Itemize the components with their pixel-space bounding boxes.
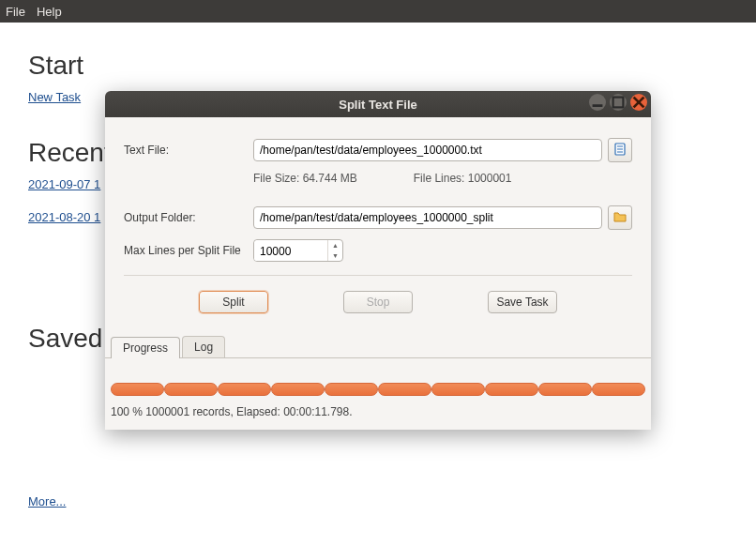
dialog-titlebar[interactable]: Split Text File [105, 91, 651, 117]
output-folder-label: Output Folder: [124, 211, 253, 224]
more-link[interactable]: More... [28, 494, 66, 508]
text-file-label: Text File: [124, 144, 253, 157]
window-maximize-icon[interactable] [610, 94, 627, 111]
tab-log[interactable]: Log [182, 336, 225, 357]
recent-item-0[interactable]: 2021-09-07 1 [28, 177, 100, 191]
stop-button[interactable]: Stop [343, 291, 413, 313]
recent-heading: Recent [28, 138, 105, 168]
split-text-file-dialog: Split Text File Text File: File Size: 64… [105, 91, 651, 430]
window-minimize-icon[interactable] [589, 94, 606, 111]
spinner-down-icon[interactable]: ▼ [328, 250, 342, 261]
save-task-button[interactable]: Save Task [488, 291, 557, 313]
recent-item-1[interactable]: 2021-08-20 1 [28, 210, 100, 224]
progress-segment [111, 383, 164, 396]
progress-segment [485, 383, 538, 396]
output-folder-input[interactable] [253, 206, 602, 229]
progress-text: 100 % 1000001 records, Elapsed: 00:00:11… [111, 405, 645, 418]
tabstrip: Progress Log [105, 336, 651, 357]
folder-icon [612, 209, 627, 227]
text-file-input[interactable] [253, 139, 602, 161]
progress-segment [378, 383, 431, 396]
progress-segment [538, 383, 592, 396]
saved-section: Saved T [28, 324, 105, 363]
progress-segment [592, 383, 645, 396]
svg-rect-1 [613, 98, 624, 108]
tabs-area: Progress Log 100 % 1000001 records, Elap… [105, 336, 651, 430]
file-size-text: File Size: 64.744 MB [253, 172, 357, 185]
progress-segment [164, 383, 218, 396]
progress-segment [431, 383, 485, 396]
browse-folder-button[interactable] [608, 205, 632, 230]
progress-segment [271, 383, 325, 396]
saved-heading: Saved T [28, 324, 105, 354]
file-lines-text: File Lines: 1000001 [414, 172, 512, 185]
menu-file[interactable]: File [6, 5, 25, 19]
new-task-link[interactable]: New Task [28, 90, 81, 104]
tab-body-progress: 100 % 1000001 records, Elapsed: 00:00:11… [105, 357, 651, 430]
split-button[interactable]: Split [199, 291, 268, 313]
progress-segment [218, 383, 271, 396]
dialog-title: Split Text File [339, 98, 417, 112]
menubar: File Help [0, 0, 756, 23]
recent-section: Recent 2021-09-07 1 2021-08-20 1 [28, 138, 105, 230]
progress-segment [325, 383, 378, 396]
max-lines-label: Max Lines per Split File [124, 244, 253, 257]
window-close-icon[interactable] [630, 94, 647, 111]
browse-file-button[interactable] [608, 138, 632, 162]
separator [124, 275, 632, 276]
document-icon [612, 142, 627, 159]
tab-progress[interactable]: Progress [111, 337, 180, 358]
max-lines-spinner[interactable]: ▲ ▼ [253, 239, 343, 262]
start-heading: Start [28, 51, 728, 81]
progress-bar [111, 383, 645, 396]
spinner-up-icon[interactable]: ▲ [328, 240, 342, 250]
menu-help[interactable]: Help [37, 5, 62, 19]
max-lines-input[interactable] [254, 240, 327, 262]
